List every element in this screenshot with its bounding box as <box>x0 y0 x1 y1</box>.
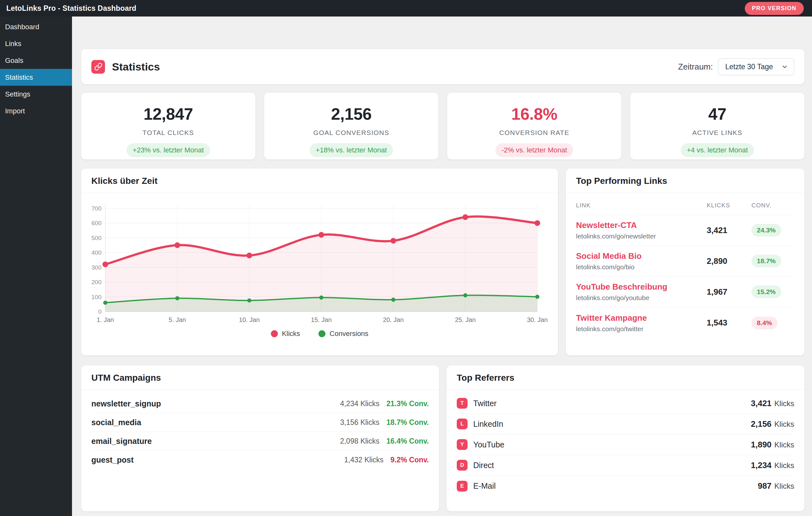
sidebar-item[interactable]: Import <box>0 103 72 119</box>
svg-text:25. Jan: 25. Jan <box>455 316 476 323</box>
referrer-initial-badge: Y <box>457 439 467 450</box>
link-name[interactable]: Twitter Kampagne <box>576 313 707 323</box>
referrer-klicks-suffix: Klicks <box>774 399 794 408</box>
referrers-title: Top Referrers <box>457 373 794 383</box>
referrer-klicks-suffix: Klicks <box>774 482 794 491</box>
svg-text:700: 700 <box>91 205 102 212</box>
top-links-header: Top Performing Links <box>566 169 804 193</box>
sidebar-item[interactable]: Links <box>0 35 72 52</box>
legend-dot <box>318 330 325 337</box>
link-klicks: 1,967 <box>707 287 751 297</box>
column-header-conv: CONV. <box>751 202 794 209</box>
campaign-name: newsletter_signup <box>91 399 161 408</box>
svg-text:0: 0 <box>98 308 102 315</box>
pro-version-badge: PRO VERSION <box>745 2 804 15</box>
referrer-name: E-Mail <box>473 481 496 491</box>
campaign-klicks: 3,156 Klicks <box>340 418 379 427</box>
top-links-title: Top Performing Links <box>576 176 794 186</box>
link-url: letolinks.com/go/youtube <box>576 294 707 302</box>
sidebar-item[interactable]: Dashboard <box>0 19 72 35</box>
period-select[interactable]: Letzte 30 Tage <box>718 58 794 75</box>
referrer-initial-badge: T <box>457 398 467 409</box>
clicks-over-time-chart: 01002003004005006007001. Jan5. Jan10. Ja… <box>91 198 548 326</box>
page-title: Statistics <box>112 61 160 73</box>
legend-label: Conversions <box>329 330 368 338</box>
sidebar-item[interactable]: Statistics <box>0 69 72 86</box>
svg-text:500: 500 <box>91 235 102 241</box>
svg-text:10. Jan: 10. Jan <box>239 316 260 323</box>
svg-text:15. Jan: 15. Jan <box>311 316 332 323</box>
main-row: Klicks über Zeit 01002003004005006007001… <box>81 169 804 355</box>
list-item: Y YouTube 1,890 Klicks <box>457 434 794 455</box>
legend-item: Klicks <box>271 330 300 338</box>
link-name[interactable]: Social Media Bio <box>576 251 707 261</box>
utm-title: UTM Campaigns <box>91 373 429 383</box>
top-links-table-header: LINK KLICKS CONV. <box>576 193 794 215</box>
stat-label: GOAL CONVERSIONS <box>313 129 389 137</box>
sidebar-item-label: Statistics <box>5 73 33 81</box>
list-item: email_signature 2,098 Klicks 16.4% Conv. <box>91 432 429 451</box>
chevron-down-icon <box>781 63 788 70</box>
utm-card-header: UTM Campaigns <box>81 365 439 390</box>
stat-change-badge: +23% vs. letzter Monat <box>126 143 210 157</box>
referrer-initial-badge: E <box>457 481 467 492</box>
campaign-conversion: 16.4% Conv. <box>386 437 429 445</box>
referrer-initial-badge: L <box>457 418 467 429</box>
link-klicks: 1,543 <box>707 318 751 328</box>
referrer-klicks: 1,234 <box>751 460 772 470</box>
bottom-row: UTM Campaigns newsletter_signup 4,234 Kl… <box>81 365 804 511</box>
referrer-klicks: 1,890 <box>751 440 772 450</box>
column-header-link: LINK <box>576 202 707 209</box>
list-item: guest_post 1,432 Klicks 9.2% Conv. <box>91 451 429 469</box>
stat-change-badge: -2% vs. letzter Monat <box>495 143 573 157</box>
referrer-klicks: 3,421 <box>751 399 772 408</box>
list-item: D Direct 1,234 Klicks <box>457 455 794 476</box>
clicks-chart-card: Klicks über Zeit 01002003004005006007001… <box>81 169 558 355</box>
stat-value: 47 <box>708 105 726 124</box>
sidebar-item-label: Import <box>5 107 25 115</box>
table-row: Twitter Kampagne letolinks.com/go/twitte… <box>576 307 794 338</box>
sidebar-item-label: Dashboard <box>5 23 39 31</box>
stat-value: 2,156 <box>331 105 372 124</box>
top-links-card: Top Performing Links LINK KLICKS CONV. N… <box>566 169 804 355</box>
campaign-name: email_signature <box>91 437 152 446</box>
referrer-name: Twitter <box>473 399 497 408</box>
stat-change-badge: +18% vs. letzter Monat <box>310 143 393 157</box>
main-content: Statistics Zeitraum: Letzte 30 Tage 12,8… <box>72 17 812 516</box>
top-referrers-card: Top Referrers T Twitter 3,421 Klicks L <box>446 365 804 511</box>
sidebar-item[interactable]: Settings <box>0 86 72 103</box>
period-select-value: Letzte 30 Tage <box>725 62 773 71</box>
link-name[interactable]: Newsletter-CTA <box>576 220 707 230</box>
chart-legend: KlicksConversions <box>91 330 548 338</box>
link-klicks: 2,890 <box>707 256 751 266</box>
topbar: LetoLinks Pro - Statistics Dashboard PRO… <box>0 0 812 17</box>
sidebar-item-label: Goals <box>5 56 23 64</box>
list-item: social_media 3,156 Klicks 18.7% Conv. <box>91 413 429 432</box>
sidebar-item-label: Settings <box>5 90 30 98</box>
sidebar: Dashboard Links Goals Statistics Setting… <box>0 17 72 516</box>
table-row: YouTube Beschreibung letolinks.com/go/yo… <box>576 277 794 307</box>
sidebar-item-label: Links <box>5 40 21 48</box>
legend-label: Klicks <box>282 330 300 338</box>
link-name[interactable]: YouTube Beschreibung <box>576 282 707 292</box>
campaign-name: guest_post <box>91 455 134 465</box>
referrers-card-header: Top Referrers <box>446 365 804 390</box>
utm-campaigns-card: UTM Campaigns newsletter_signup 4,234 Kl… <box>81 365 439 511</box>
svg-text:400: 400 <box>91 249 102 256</box>
svg-text:300: 300 <box>91 264 102 271</box>
svg-text:600: 600 <box>91 220 102 226</box>
referrer-klicks-suffix: Klicks <box>774 420 794 429</box>
referrer-klicks-suffix: Klicks <box>774 461 794 470</box>
column-header-klicks: KLICKS <box>707 202 751 209</box>
stat-label: ACTIVE LINKS <box>692 129 743 137</box>
campaign-name: social_media <box>91 418 141 427</box>
link-url: letolinks.com/go/twitter <box>576 325 707 333</box>
campaign-conversion: 21.3% Conv. <box>386 400 429 408</box>
link-klicks: 3,421 <box>707 225 751 235</box>
referrer-name: Direct <box>473 461 494 470</box>
campaign-klicks: 2,098 Klicks <box>340 437 379 445</box>
sidebar-item[interactable]: Goals <box>0 52 72 69</box>
stat-value: 12,847 <box>143 105 193 124</box>
link-icon <box>91 60 105 74</box>
table-row: Social Media Bio letolinks.com/go/bio 2,… <box>576 246 794 277</box>
